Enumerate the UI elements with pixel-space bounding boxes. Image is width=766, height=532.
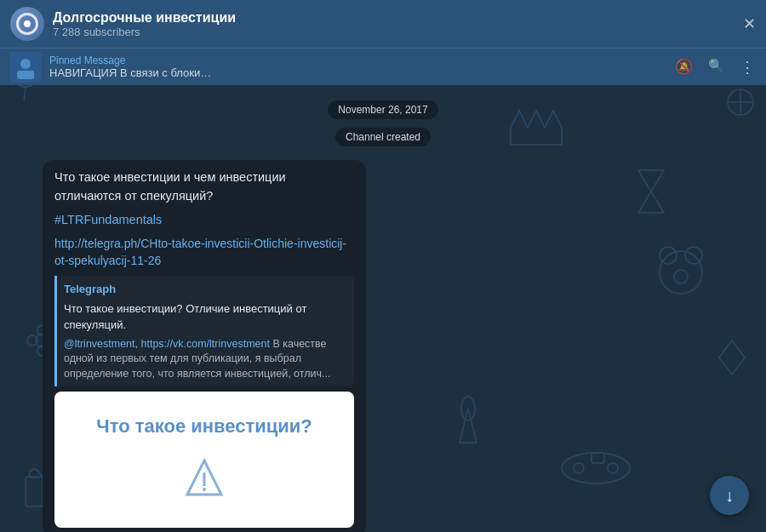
image-preview-title: Что такое инвестиции? [83,398,326,454]
preview-title: Что такое инвестиции? Отличие инвестиций… [64,300,347,334]
preview-card: Telegraph Что такое инвестиции? Отличие … [54,276,354,386]
message-text: Что такое инвестиции и чем инвестиции от… [54,169,354,206]
message-bubble: Что такое инвестиции и чем инвестиции от… [43,160,366,532]
scroll-down-icon: ↓ [725,486,734,506]
date-badge: November 26, 2017 [328,100,437,119]
image-preview: Что такое инвестиции? [54,392,354,528]
channel-name: Долгосрочные инвестиции [53,10,735,26]
close-icon[interactable]: ✕ [743,14,756,33]
header: Долгосрочные инвестиции 7 288 subscriber… [0,0,766,48]
message-hashtag: #LTRFundamentals [54,211,354,230]
chat-area: November 26, 2017 Channel created Что та… [0,85,766,532]
channel-created-badge: Channel created [335,128,431,146]
header-info: Долгосрочные инвестиции 7 288 subscriber… [53,10,735,38]
pinned-thumbnail [10,52,41,83]
pinned-content: Pinned Message НАВИГАЦИЯ В связи с блоки… [49,54,666,79]
svg-point-34 [20,59,31,69]
preview-vk-link[interactable]: https://vk.com/ltrinvestment [141,338,270,350]
header-actions: ✕ [743,14,756,33]
mute-icon[interactable]: 🔕 [675,58,693,77]
image-preview-icon [179,454,230,522]
scroll-down-button[interactable]: ↓ [710,476,749,515]
subscriber-count: 7 288 subscribers [53,26,735,38]
pinned-message-bar[interactable]: Pinned Message НАВИГАЦИЯ В связи с блоки… [0,48,766,85]
svg-rect-35 [17,71,34,79]
preview-source: Telegraph [64,281,347,298]
more-icon[interactable]: ⋮ [740,58,756,77]
pinned-label: Pinned Message [49,54,666,66]
search-icon[interactable]: 🔍 [708,58,724,77]
preview-meta: @ltrinvestment, https://vk.com/ltrinvest… [64,337,347,382]
svg-point-38 [203,488,206,491]
preview-author-link[interactable]: @ltrinvestment [64,338,135,350]
channel-avatar [10,7,44,41]
header-right-icons: 🔕 🔍 ⋮ [675,58,756,77]
message-link[interactable]: http://telegra.ph/CHto-takoe-investicii-… [54,236,354,269]
pinned-text: НАВИГАЦИЯ В связи с блоки… [49,66,390,79]
